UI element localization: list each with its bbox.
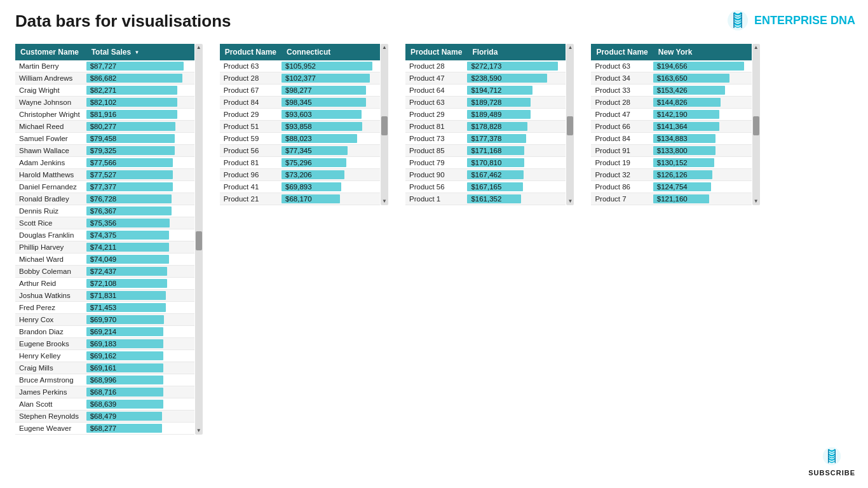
bar-cell: $153,426 (653, 85, 752, 97)
table-row: Product 63$189,728 (405, 97, 566, 109)
table-row: Product 84$134,883 (591, 133, 751, 145)
bar-cell: $86,682 (86, 72, 194, 85)
table-row: Product 32$126,126 (591, 169, 751, 181)
florida-table-wrapper: Product Name Florida Product 28$272,173P… (405, 44, 566, 205)
bar-value: $71,453 (90, 304, 117, 311)
product-name-cell: William Andrews (15, 72, 86, 85)
bar-cell: $88,023 (281, 133, 380, 145)
col2-header: Total Sales ▼ (86, 44, 194, 60)
bar-cell: $82,271 (86, 85, 194, 97)
bar-cell: $68,716 (86, 386, 194, 398)
customer-sales-table-wrapper: Customer Name Total Sales ▼ Martin Berry… (15, 44, 194, 435)
product-name-cell: Product 67 (220, 85, 281, 97)
subscribe-area[interactable]: SUBSCRIBE (808, 446, 855, 477)
scroll-bar-4[interactable]: ▲ ▼ (752, 44, 760, 205)
bar-value: $77,377 (90, 183, 117, 191)
bar-value: $79,458 (90, 135, 117, 142)
table-row: Product 81$75,296 (220, 157, 380, 169)
table-row: Michael Reed$80,277 (15, 121, 194, 133)
bar-value: $68,170 (285, 195, 312, 203)
subscribe-label[interactable]: SUBSCRIBE (808, 469, 855, 477)
product-name-cell: Product 56 (220, 145, 281, 157)
table-row: Arthur Reid$72,108 (15, 278, 194, 290)
bar-value: $79,325 (90, 147, 117, 154)
bar-value: $81,916 (90, 111, 117, 118)
bar-value: $153,426 (657, 86, 688, 94)
bar-cell: $167,462 (467, 169, 566, 181)
bar-value: $76,728 (90, 195, 117, 203)
product-name-cell: Michael Reed (15, 121, 86, 133)
scroll-down-3[interactable]: ▼ (567, 199, 573, 204)
bar-cell: $72,437 (86, 266, 194, 278)
bar-value: $72,437 (90, 268, 117, 275)
logo-text: ENTERPRISE DNA (754, 14, 855, 27)
scroll-down-2[interactable]: ▼ (382, 199, 387, 204)
ny-col2-header: New York (653, 44, 752, 60)
bar-value: $77,527 (90, 171, 117, 179)
bar-cell: $105,952 (281, 60, 380, 72)
bar-value: $73,206 (285, 171, 312, 179)
logo-area: ENTERPRISE DNA (726, 9, 855, 32)
scroll-thumb-4[interactable] (753, 116, 759, 135)
scroll-thumb-3[interactable] (567, 116, 573, 135)
table-row: Shawn Wallace$79,325 (15, 145, 194, 157)
bar-value: $142,190 (657, 111, 688, 118)
scroll-thumb-2[interactable] (381, 116, 388, 135)
bar-cell: $79,325 (86, 145, 194, 157)
bar-cell: $74,049 (86, 254, 194, 266)
bar-value: $177,378 (471, 135, 501, 142)
scroll-thumb-1[interactable] (196, 231, 202, 250)
product-name-cell: Product 84 (220, 97, 281, 109)
bar-cell: $77,566 (86, 157, 194, 169)
scroll-bar-3[interactable]: ▲ ▼ (566, 44, 574, 205)
ny-col1-header: Product Name (591, 44, 653, 60)
table-row: Product 51$93,858 (220, 121, 380, 133)
subscribe-dna-icon (822, 446, 842, 466)
bar-value: $167,165 (471, 183, 501, 191)
product-name-cell: Product 81 (405, 121, 467, 133)
bar-cell: $142,190 (653, 109, 752, 121)
bar-value: $77,566 (90, 159, 117, 166)
table-row: Product 21$68,170 (220, 193, 380, 205)
table-row: Brandon Diaz$69,214 (15, 326, 194, 338)
table-row: Product 90$167,462 (405, 169, 566, 181)
scroll-down-1[interactable]: ▼ (196, 428, 201, 433)
bar-value: $167,462 (471, 171, 501, 179)
table-row: Craig Mills$69,161 (15, 362, 194, 374)
product-name-cell: Craig Mills (15, 362, 86, 374)
table-row: James Perkins$68,716 (15, 386, 194, 398)
table-row: Joshua Watkins$71,831 (15, 290, 194, 302)
bar-value: $82,102 (90, 98, 117, 106)
bar-value: $133,800 (657, 147, 688, 154)
bar-value: $189,728 (471, 98, 501, 106)
scroll-up-2[interactable]: ▲ (382, 45, 387, 50)
scroll-bar-1[interactable]: ▲ ▼ (195, 44, 203, 435)
connecticut-table-wrapper: Product Name Connecticut Product 63$105,… (220, 44, 380, 205)
scroll-up-3[interactable]: ▲ (567, 45, 573, 50)
scroll-up-4[interactable]: ▲ (754, 45, 759, 50)
sort-icon: ▼ (134, 50, 139, 55)
product-name-cell: Ronald Bradley (15, 193, 86, 205)
bar-cell: $79,458 (86, 133, 194, 145)
table-row: Product 33$153,426 (591, 85, 751, 97)
table-row: Adam Jenkins$77,566 (15, 157, 194, 169)
bar-value: $77,345 (285, 147, 312, 154)
bar-value: $87,727 (90, 62, 117, 70)
bar-value: $68,277 (90, 424, 117, 432)
table-row: Eugene Brooks$69,183 (15, 338, 194, 350)
bar-cell: $170,810 (467, 157, 566, 169)
scroll-down-4[interactable]: ▼ (754, 199, 759, 204)
bar-value: $170,810 (471, 159, 501, 166)
product-name-cell: Christopher Wright (15, 109, 86, 121)
product-name-cell: Fred Perez (15, 302, 86, 314)
scroll-bar-2[interactable]: ▲ ▼ (381, 44, 388, 205)
bar-cell: $81,916 (86, 109, 194, 121)
product-name-cell: Scott Rice (15, 217, 86, 229)
scroll-up-1[interactable]: ▲ (196, 45, 201, 50)
table-row: Product 41$69,893 (220, 181, 380, 193)
bar-value: $68,996 (90, 376, 117, 384)
table-row: Product 86$124,754 (591, 181, 751, 193)
table-row: Craig Wright$82,271 (15, 85, 194, 97)
product-name-cell: Product 66 (591, 121, 653, 133)
bar-cell: $194,656 (653, 60, 752, 72)
